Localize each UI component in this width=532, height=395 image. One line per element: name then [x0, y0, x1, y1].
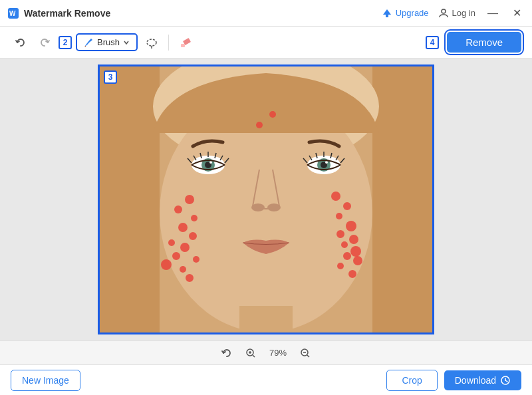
svg-marker-2 [383, 9, 391, 17]
svg-point-40 [336, 230, 344, 238]
toolbar-divider [168, 35, 169, 51]
user-icon [438, 8, 449, 19]
svg-point-47 [348, 270, 356, 278]
svg-point-16 [209, 161, 212, 164]
redo-icon [39, 37, 51, 49]
brush-tool-button[interactable]: Brush [76, 33, 138, 51]
login-button[interactable]: Log in [438, 8, 475, 19]
svg-point-49 [269, 111, 276, 118]
new-image-button[interactable]: New Image [11, 370, 80, 391]
minimize-button[interactable]: — [485, 7, 501, 19]
eraser-button[interactable] [176, 34, 196, 51]
svg-point-28 [189, 232, 197, 240]
svg-point-42 [341, 241, 348, 248]
chevron-down-icon [123, 39, 130, 46]
svg-line-53 [253, 355, 255, 357]
crop-button[interactable]: Crop [386, 370, 437, 391]
zoom-in-button[interactable] [242, 346, 259, 360]
svg-point-44 [343, 252, 351, 260]
app-title: Watermark Remove [24, 8, 110, 19]
main-canvas-area: 3 [0, 59, 532, 340]
image-container: 3 [98, 65, 434, 334]
svg-point-31 [172, 252, 180, 260]
zoom-bar: 79% [0, 340, 532, 364]
svg-point-29 [168, 239, 175, 246]
app-logo-icon: W [8, 8, 19, 19]
download-button[interactable]: Download [444, 370, 521, 390]
bottom-bar: New Image Crop Download [0, 364, 532, 395]
face-overlay [100, 66, 432, 332]
svg-point-20 [325, 161, 328, 164]
svg-point-41 [349, 235, 358, 244]
svg-point-21 [251, 203, 265, 211]
svg-point-45 [353, 256, 362, 265]
rotate-button[interactable] [218, 346, 235, 360]
download-clock-icon [500, 375, 511, 386]
remove-button[interactable]: Remove [447, 32, 521, 53]
close-button[interactable]: ✕ [510, 7, 524, 19]
lasso-icon [146, 37, 158, 49]
svg-point-39 [346, 221, 356, 231]
step2-badge: 2 [59, 36, 72, 49]
bottom-right: Crop Download [386, 370, 521, 391]
svg-point-24 [185, 195, 194, 204]
zoom-out-button[interactable] [297, 346, 314, 360]
titlebar: W Watermark Remove Upgrade Log in — ✕ [0, 0, 532, 27]
svg-point-30 [180, 243, 190, 252]
rotate-icon [221, 348, 232, 358]
redo-button[interactable] [35, 34, 55, 51]
svg-point-46 [337, 263, 344, 269]
svg-point-34 [180, 266, 186, 273]
svg-rect-9 [100, 66, 160, 332]
zoom-level: 79% [266, 348, 290, 358]
undo-icon [15, 37, 27, 49]
step4-badge: 4 [426, 36, 439, 49]
svg-line-56 [307, 355, 309, 357]
zoom-in-icon [245, 348, 256, 358]
svg-point-36 [331, 192, 340, 201]
upgrade-button[interactable]: Upgrade [382, 8, 429, 19]
svg-point-3 [442, 9, 446, 13]
brush-icon [84, 37, 94, 47]
svg-point-33 [161, 259, 172, 270]
titlebar-right: Upgrade Log in — ✕ [382, 7, 524, 19]
svg-line-59 [505, 380, 507, 382]
svg-point-48 [256, 122, 263, 128]
svg-rect-7 [181, 44, 185, 47]
svg-point-26 [191, 215, 198, 221]
lasso-tool-button[interactable] [142, 34, 162, 51]
eraser-icon [180, 37, 192, 49]
svg-point-43 [350, 246, 361, 257]
undo-button[interactable] [11, 34, 31, 51]
svg-point-27 [178, 223, 188, 232]
toolbar-left: 2 Brush [11, 33, 196, 51]
toolbar: 2 Brush 4 Remove [0, 27, 532, 59]
step3-badge: 3 [104, 70, 117, 84]
zoom-out-icon [300, 348, 311, 358]
svg-rect-23 [239, 306, 293, 332]
svg-point-32 [193, 256, 200, 263]
svg-point-4 [147, 39, 156, 46]
titlebar-left: W Watermark Remove [8, 8, 110, 19]
svg-point-38 [336, 213, 342, 219]
svg-point-37 [343, 202, 351, 210]
svg-point-25 [174, 205, 182, 213]
svg-point-35 [186, 274, 194, 282]
svg-text:W: W [9, 10, 16, 17]
face-image [100, 66, 432, 332]
upgrade-icon [382, 8, 392, 19]
svg-point-22 [267, 203, 281, 211]
svg-rect-10 [372, 66, 432, 332]
